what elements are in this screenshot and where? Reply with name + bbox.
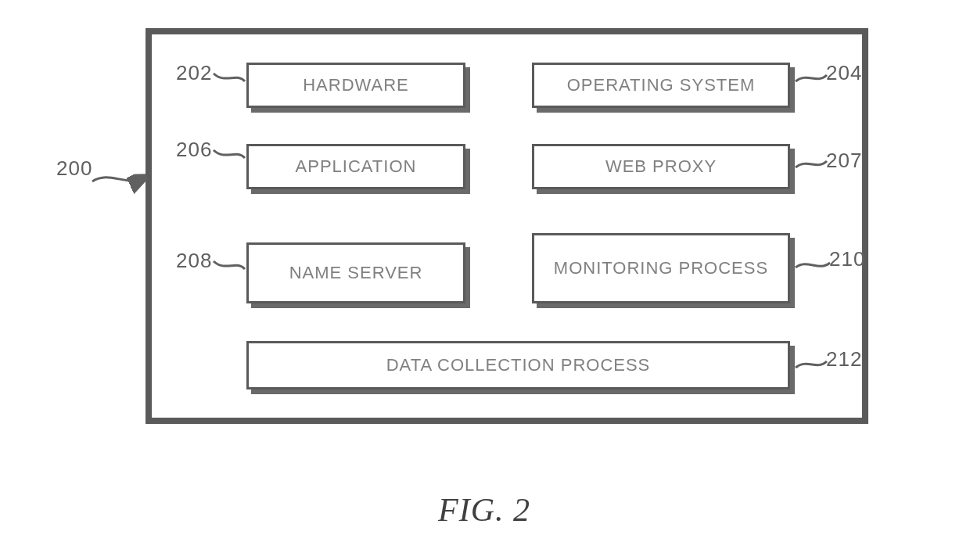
figure-canvas: HARDWARE OPERATING SYSTEM APPLICATION WE… bbox=[0, 0, 970, 560]
leader-212 bbox=[793, 354, 829, 375]
ref-207: 207 bbox=[826, 149, 862, 173]
leader-204 bbox=[793, 67, 829, 89]
block-application: APPLICATION bbox=[246, 144, 465, 189]
block-os-label: OPERATING SYSTEM bbox=[567, 75, 756, 95]
block-nameserver: NAME SERVER bbox=[246, 242, 465, 303]
block-nameserver-label: NAME SERVER bbox=[289, 263, 423, 282]
block-webproxy: WEB PROXY bbox=[532, 144, 790, 189]
block-monitoring-label: MONITORING PROCESS bbox=[554, 258, 768, 278]
figure-caption: FIG. 2 bbox=[438, 491, 530, 529]
block-hardware: HARDWARE bbox=[246, 63, 465, 108]
block-application-label: APPLICATION bbox=[296, 156, 417, 176]
ref-206: 206 bbox=[176, 138, 212, 162]
leader-208 bbox=[210, 255, 249, 278]
ref-210: 210 bbox=[829, 247, 865, 271]
ref-208: 208 bbox=[176, 249, 212, 273]
leader-202 bbox=[210, 67, 249, 91]
block-datacollection: DATA COLLECTION PROCESS bbox=[246, 341, 790, 389]
leader-206 bbox=[210, 144, 249, 167]
block-webproxy-label: WEB PROXY bbox=[605, 156, 717, 176]
block-os: OPERATING SYSTEM bbox=[532, 63, 790, 108]
leader-207 bbox=[793, 153, 829, 175]
ref-202: 202 bbox=[176, 61, 212, 85]
block-datacollection-label: DATA COLLECTION PROCESS bbox=[386, 355, 651, 375]
block-hardware-label: HARDWARE bbox=[303, 75, 409, 95]
leader-200 bbox=[86, 164, 149, 196]
block-monitoring: MONITORING PROCESS bbox=[532, 233, 790, 303]
ref-212: 212 bbox=[826, 347, 862, 372]
ref-204: 204 bbox=[826, 61, 862, 85]
leader-210 bbox=[793, 253, 832, 277]
